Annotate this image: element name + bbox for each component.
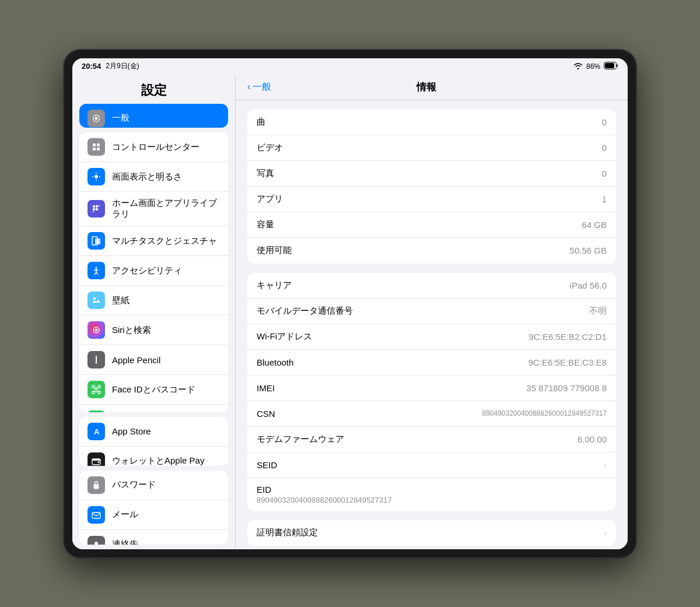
multitask-icon bbox=[88, 232, 105, 250]
sidebar-item-appstore[interactable]: A App Store bbox=[79, 417, 228, 447]
info-row-capacity: 容量 64 GB bbox=[247, 212, 616, 238]
sidebar-item-wallet[interactable]: ウォレットとApple Pay bbox=[79, 447, 228, 466]
eid-label: EID bbox=[257, 485, 607, 494]
siri-label: Siriと検索 bbox=[112, 325, 151, 336]
status-right: 86% bbox=[573, 61, 618, 72]
device-screen: 20:54 2月9日(金) 86% bbox=[72, 58, 628, 549]
sidebar: 設定 一般 bbox=[72, 75, 236, 549]
info-row-eid: EID 89049032004008882600012849527317 bbox=[247, 478, 616, 511]
sidebar-item-general[interactable]: 一般 bbox=[79, 104, 228, 128]
available-value: 50.56 GB bbox=[570, 245, 607, 255]
wallpaper-label: 壁紙 bbox=[112, 295, 130, 306]
info-row-imei: IMEI 35 871809 779008 8 bbox=[247, 376, 616, 401]
sidebar-item-multitask[interactable]: マルチタスクとジェスチャ bbox=[79, 226, 228, 256]
sidebar-item-wallpaper[interactable]: 壁紙 bbox=[79, 286, 228, 315]
sidebar-item-faceid[interactable]: Face IDとパスコード bbox=[79, 375, 228, 405]
info-row-modem: モデムファームウェア 6.00.00 bbox=[247, 427, 616, 452]
carrier-value: iPad 56.0 bbox=[570, 280, 607, 290]
passwords-label: パスワード bbox=[112, 479, 156, 490]
imei-value: 35 871809 779008 8 bbox=[526, 383, 607, 393]
home-label: ホーム画面とアプリライブラリ bbox=[112, 198, 220, 220]
svg-rect-32 bbox=[98, 391, 100, 394]
back-label: 一般 bbox=[253, 81, 271, 93]
wifi-icon bbox=[573, 61, 583, 72]
svg-point-27 bbox=[95, 329, 98, 332]
bluetooth-value: 9C:E6:5E:BE:C3:E8 bbox=[528, 357, 607, 367]
cert-chevron: › bbox=[604, 528, 607, 538]
device: 20:54 2月9日(金) 86% bbox=[64, 50, 636, 557]
modem-value: 6.00.00 bbox=[578, 434, 607, 444]
appstore-label: App Store bbox=[112, 426, 151, 436]
sidebar-item-battery[interactable]: バッテリー bbox=[79, 405, 228, 412]
sidebar-item-siri[interactable]: Siriと検索 bbox=[79, 315, 228, 345]
sidebar-item-home[interactable]: ホーム画面とアプリライブラリ bbox=[79, 192, 228, 226]
detail-header: ‹ 一般 情報 bbox=[236, 75, 628, 100]
svg-rect-12 bbox=[93, 205, 95, 208]
svg-rect-13 bbox=[96, 205, 98, 208]
sidebar-title: 設定 bbox=[72, 75, 235, 104]
general-icon bbox=[88, 110, 105, 127]
bluetooth-label: Bluetooth bbox=[257, 357, 293, 367]
info-row-seid[interactable]: SEID › bbox=[247, 452, 616, 478]
svg-rect-30 bbox=[98, 385, 100, 388]
svg-point-25 bbox=[93, 297, 96, 300]
status-bar: 20:54 2月9日(金) 86% bbox=[72, 58, 628, 75]
appstore-icon: A bbox=[88, 423, 105, 440]
mail-label: メール bbox=[112, 509, 138, 520]
eid-value: 89049032004008882600012849527317 bbox=[257, 496, 607, 504]
info-row-wifi: Wi-Fiアドレス 9C:E6:5E:B2:C2:D1 bbox=[247, 324, 616, 350]
accessibility-icon bbox=[88, 262, 105, 279]
sidebar-item-mail[interactable]: メール bbox=[79, 500, 228, 530]
svg-rect-14 bbox=[93, 208, 95, 210]
svg-rect-19 bbox=[95, 238, 100, 244]
photos-value: 0 bbox=[602, 169, 607, 178]
media-info-group: 曲 0 ビデオ 0 写真 0 アプリ 1 bbox=[247, 110, 616, 264]
capacity-label: 容量 bbox=[257, 219, 274, 230]
battery-level: 86% bbox=[586, 62, 600, 71]
sidebar-group-1: 一般 bbox=[79, 104, 228, 128]
sidebar-item-accessibility[interactable]: アクセシビリティ bbox=[79, 256, 228, 286]
video-value: 0 bbox=[602, 143, 607, 153]
detail-title: 情報 bbox=[271, 80, 581, 94]
sidebar-item-contacts[interactable]: 連絡先 bbox=[79, 530, 228, 545]
svg-point-39 bbox=[98, 461, 100, 463]
songs-value: 0 bbox=[602, 117, 607, 127]
faceid-label: Face IDとパスコード bbox=[112, 384, 195, 395]
control-center-label: コントロールセンター bbox=[112, 142, 200, 153]
info-row-cert[interactable]: 証明書信頼設定 › bbox=[247, 520, 616, 546]
svg-point-20 bbox=[96, 267, 97, 269]
sidebar-item-control-center[interactable]: コントロールセンター bbox=[79, 132, 228, 162]
wifi-address-label: Wi-Fiアドレス bbox=[257, 331, 312, 342]
sidebar-item-apple-pencil[interactable]: Apple Pencil bbox=[79, 345, 228, 375]
wallpaper-icon bbox=[88, 292, 105, 309]
network-info-group: キャリア iPad 56.0 モバイルデータ通信番号 不明 Wi-Fiアドレス … bbox=[247, 273, 616, 511]
control-center-icon bbox=[88, 138, 105, 156]
svg-rect-28 bbox=[96, 356, 97, 362]
home-icon bbox=[88, 200, 105, 217]
svg-rect-4 bbox=[97, 143, 100, 146]
sidebar-item-passwords[interactable]: パスワード bbox=[79, 471, 228, 500]
accessibility-label: アクセシビリティ bbox=[112, 265, 182, 276]
multitask-label: マルチタスクとジェスチャ bbox=[112, 236, 217, 247]
wallet-label: ウォレットとApple Pay bbox=[112, 455, 204, 466]
video-label: ビデオ bbox=[257, 142, 283, 153]
wifi-address-value: 9C:E6:5E:B2:C2:D1 bbox=[529, 332, 607, 342]
display-icon bbox=[88, 168, 105, 185]
mobile-number-label: モバイルデータ通信番号 bbox=[257, 306, 353, 317]
imei-label: IMEI bbox=[257, 383, 275, 393]
sidebar-item-display[interactable]: 画面表示と明るさ bbox=[79, 162, 228, 192]
main-content: 設定 一般 bbox=[72, 75, 628, 549]
svg-rect-5 bbox=[93, 148, 96, 150]
svg-line-24 bbox=[96, 272, 98, 275]
general-label: 一般 bbox=[112, 113, 130, 124]
songs-label: 曲 bbox=[257, 117, 265, 128]
svg-rect-29 bbox=[92, 385, 94, 388]
info-row-available: 使用可能 50.56 GB bbox=[247, 238, 616, 264]
back-button[interactable]: ‹ 一般 bbox=[247, 81, 271, 93]
wallet-icon bbox=[88, 452, 105, 466]
svg-rect-41 bbox=[94, 485, 99, 488]
status-date: 2月9日(金) bbox=[106, 61, 139, 71]
info-row-mobile-number: モバイルデータ通信番号 不明 bbox=[247, 299, 616, 324]
svg-rect-1 bbox=[605, 63, 614, 68]
info-row-songs: 曲 0 bbox=[247, 110, 616, 135]
